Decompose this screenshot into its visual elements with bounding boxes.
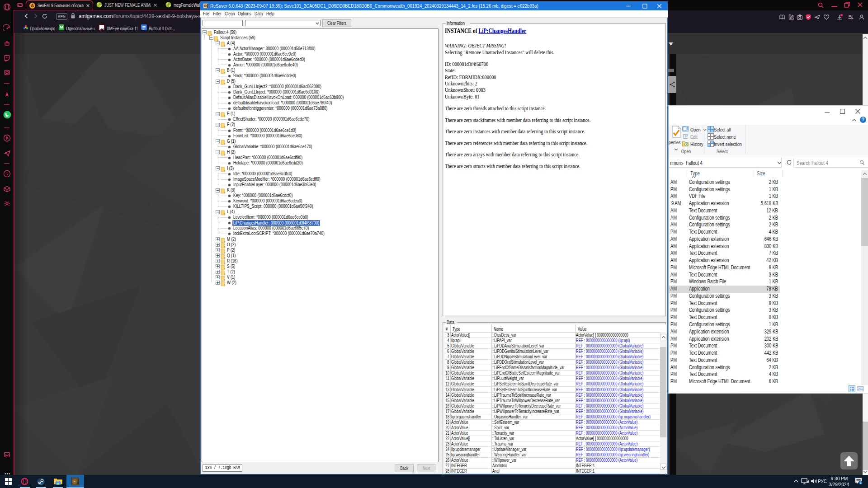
- svg-text:1: 1: [859, 481, 861, 485]
